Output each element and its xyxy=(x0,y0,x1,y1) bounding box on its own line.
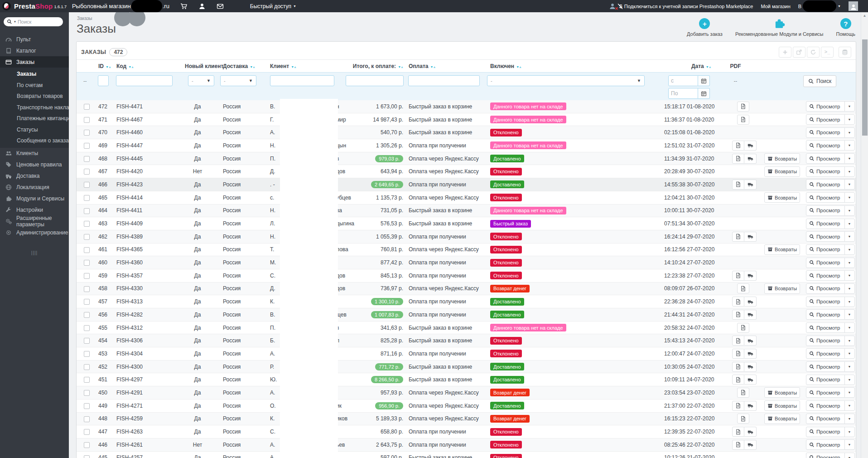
view-dropdown-caret[interactable]: ▼ xyxy=(847,157,852,160)
invoice-pdf-button[interactable] xyxy=(732,297,744,307)
view-dropdown-caret[interactable]: ▼ xyxy=(847,235,852,238)
view-button[interactable]: Просмотр▼ xyxy=(806,348,855,359)
invoice-pdf-button[interactable] xyxy=(732,271,744,281)
view-button[interactable]: Просмотр▼ xyxy=(806,166,855,177)
invoice-pdf-button[interactable] xyxy=(737,323,749,333)
view-button[interactable]: Просмотр▼ xyxy=(806,258,855,268)
row-checkbox[interactable] xyxy=(84,338,90,344)
quick-access-menu[interactable]: Быстрый доступ▼ xyxy=(250,3,296,10)
row-checkbox[interactable] xyxy=(84,299,90,305)
row-checkbox[interactable] xyxy=(84,364,90,370)
view-button[interactable]: Просмотр▼ xyxy=(806,205,855,216)
sort-arrows-icon[interactable]: ▼▲ xyxy=(706,63,711,69)
view-button[interactable]: Просмотр▼ xyxy=(806,283,855,294)
row-checkbox[interactable] xyxy=(84,169,90,175)
col-header-code[interactable]: Код▼▲ xyxy=(114,63,175,69)
new-client-filter-select[interactable]: -▼ xyxy=(188,75,214,86)
sort-arrows-icon[interactable]: ▼▲ xyxy=(250,63,255,69)
delivery-slip-button[interactable] xyxy=(744,349,757,359)
view-dropdown-caret[interactable]: ▼ xyxy=(847,378,852,381)
view-button[interactable]: Просмотр▼ xyxy=(806,400,855,411)
view-dropdown-caret[interactable]: ▼ xyxy=(847,404,852,407)
payment-filter-input[interactable] xyxy=(408,75,480,86)
invoice-pdf-button[interactable] xyxy=(732,401,744,411)
invoice-pdf-button[interactable] xyxy=(732,232,744,242)
view-dropdown-caret[interactable]: ▼ xyxy=(847,300,852,303)
view-button[interactable]: Просмотр▼ xyxy=(806,114,855,125)
sidebar-item-administration[interactable]: Администрирование xyxy=(0,227,69,239)
invoice-pdf-button[interactable] xyxy=(732,141,744,151)
sort-arrows-icon[interactable]: ▼▲ xyxy=(516,63,521,69)
sidebar-item-shipping[interactable]: Доставка xyxy=(0,171,69,182)
sidebar-search[interactable]: ▼ xyxy=(4,17,63,26)
row-checkbox[interactable] xyxy=(84,377,90,383)
sidebar-subitem-credit-slips[interactable]: Платежные квитанции xyxy=(0,113,69,124)
row-checkbox[interactable] xyxy=(84,429,90,435)
id-filter-input[interactable] xyxy=(98,75,109,86)
sort-arrows-icon[interactable]: ▼▲ xyxy=(128,63,134,69)
client-filter-input[interactable] xyxy=(270,75,334,86)
scrollbar-thumb[interactable] xyxy=(862,39,868,136)
view-dropdown-caret[interactable]: ▼ xyxy=(847,144,852,147)
view-button[interactable]: Просмотр▼ xyxy=(806,192,855,203)
prestashop-wordmark[interactable]: PrestaShop xyxy=(14,2,53,10)
list-refresh-button[interactable] xyxy=(807,47,820,58)
delivery-slip-button[interactable] xyxy=(744,401,757,411)
delivery-slip-button[interactable] xyxy=(744,336,757,346)
view-button[interactable]: Просмотр▼ xyxy=(806,414,855,424)
sidebar-item-orders[interactable]: Заказы xyxy=(0,56,69,68)
col-header-total[interactable]: Итого, к оплате:▼▲ xyxy=(347,63,406,69)
view-button[interactable]: Просмотр▼ xyxy=(806,387,855,398)
delivery-slip-button[interactable] xyxy=(744,362,757,372)
row-checkbox[interactable] xyxy=(84,286,90,292)
row-checkbox[interactable] xyxy=(84,247,90,253)
sidebar-item-customers[interactable]: Клиенты xyxy=(0,148,69,159)
view-button[interactable]: Просмотр▼ xyxy=(806,127,855,138)
delivery-slip-button[interactable] xyxy=(744,154,757,164)
customers-icon[interactable] xyxy=(198,3,206,10)
user-menu[interactable]: В▼ xyxy=(798,0,841,12)
invoice-pdf-button[interactable] xyxy=(737,388,749,398)
col-header-status[interactable]: Включен▼▲ xyxy=(487,63,623,69)
sidebar-item-catalog[interactable]: Каталог xyxy=(0,45,69,56)
view-dropdown-caret[interactable]: ▼ xyxy=(847,417,852,420)
delivery-filter-select[interactable]: -▼ xyxy=(220,75,256,86)
view-dropdown-caret[interactable]: ▼ xyxy=(847,261,852,264)
row-checkbox[interactable] xyxy=(84,117,90,123)
view-dropdown-caret[interactable]: ▼ xyxy=(847,105,852,108)
row-checkbox[interactable] xyxy=(84,312,90,318)
row-checkbox[interactable] xyxy=(84,442,90,448)
invoice-pdf-button[interactable] xyxy=(732,375,744,385)
invoice-pdf-button[interactable] xyxy=(732,440,744,450)
invoice-pdf-button[interactable] xyxy=(732,427,744,437)
delivery-slip-button[interactable] xyxy=(744,141,757,151)
sidebar-item-modules[interactable]: Модули и Сервисы xyxy=(0,193,69,205)
view-dropdown-caret[interactable]: ▼ xyxy=(847,170,852,173)
row-checkbox[interactable] xyxy=(84,325,90,331)
view-dropdown-caret[interactable]: ▼ xyxy=(847,222,852,225)
vertical-scrollbar[interactable]: ▲ xyxy=(861,12,868,458)
view-dropdown-caret[interactable]: ▼ xyxy=(847,183,852,186)
calendar-from-button[interactable] xyxy=(698,75,710,86)
recommended-modules-button[interactable]: Рекомендованные Модули и Сервисы xyxy=(735,18,824,37)
row-checkbox[interactable] xyxy=(84,143,90,149)
sidebar-item-price-rules[interactable]: Ценовые правила xyxy=(0,159,69,171)
delivery-slip-button[interactable] xyxy=(744,232,757,242)
view-dropdown-caret[interactable]: ▼ xyxy=(847,443,852,446)
view-dropdown-caret[interactable]: ▼ xyxy=(847,430,852,434)
add-order-button[interactable]: +Добавить заказ xyxy=(687,18,723,37)
scroll-up-arrow[interactable]: ▲ xyxy=(861,12,868,19)
code-filter-input[interactable] xyxy=(116,75,173,86)
col-header-payment[interactable]: Оплата▼▲ xyxy=(406,63,487,69)
delivery-slip-button[interactable] xyxy=(744,427,757,437)
sidebar-item-preferences[interactable]: Настройки xyxy=(0,205,69,216)
row-checkbox[interactable] xyxy=(84,195,90,201)
delivery-slip-button[interactable] xyxy=(744,440,757,450)
invoice-pdf-button[interactable] xyxy=(737,115,749,125)
row-checkbox[interactable] xyxy=(84,273,90,279)
list-database-button[interactable] xyxy=(839,47,851,58)
invoice-pdf-button[interactable] xyxy=(732,349,744,359)
view-button[interactable]: Просмотр▼ xyxy=(806,427,855,437)
view-dropdown-caret[interactable]: ▼ xyxy=(847,118,852,121)
col-header-client[interactable]: Клиент▼▲ xyxy=(261,63,347,69)
